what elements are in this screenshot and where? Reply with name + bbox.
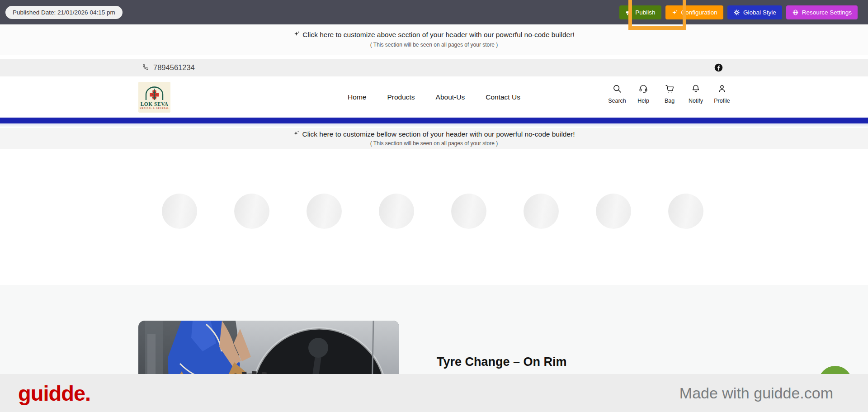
resource-settings-button-label: Resource Settings bbox=[802, 9, 852, 16]
placeholder-row bbox=[162, 194, 703, 229]
loading-section bbox=[0, 149, 868, 285]
placeholder-circle bbox=[596, 194, 631, 229]
publish-button-label: Publish bbox=[635, 9, 655, 16]
help-action[interactable]: Help bbox=[636, 84, 651, 104]
phone-icon bbox=[142, 63, 150, 73]
bag-label: Bag bbox=[665, 98, 675, 104]
customize-below-subtext: ( This section will be seen on all pages… bbox=[0, 140, 868, 147]
nav-products[interactable]: Products bbox=[387, 93, 415, 101]
phone-number: 7894561234 bbox=[153, 63, 195, 72]
divider-shadow bbox=[0, 123, 868, 128]
bag-action[interactable]: Bag bbox=[662, 84, 677, 104]
customize-above-subtext: ( This section will be seen on all pages… bbox=[0, 42, 868, 48]
sparkle-icon bbox=[671, 9, 678, 16]
builder-actions: Publish Configuration bbox=[619, 5, 858, 19]
customize-below-banner[interactable]: Click here to customize bellow section o… bbox=[0, 128, 868, 149]
placeholder-circle bbox=[668, 194, 703, 229]
sparkles-icon bbox=[293, 30, 300, 39]
customize-above-banner[interactable]: Click here to customize above section of… bbox=[0, 24, 868, 55]
notify-label: Notify bbox=[689, 98, 703, 104]
search-action[interactable]: Search bbox=[609, 84, 625, 104]
cart-icon bbox=[665, 84, 675, 95]
customize-above-text: Click here to customize above section of… bbox=[302, 31, 574, 39]
header-actions: Search Help Bag bbox=[609, 84, 730, 104]
global-style-button-label: Global Style bbox=[743, 9, 776, 16]
published-date-badge: Published Date: 21/01/2026 04:15 pm bbox=[5, 6, 123, 19]
phone-link[interactable]: 7894561234 bbox=[142, 63, 195, 73]
gear-icon bbox=[733, 9, 740, 16]
sparkles-icon bbox=[293, 130, 300, 138]
configuration-button-label: Configuration bbox=[681, 9, 717, 16]
placeholder-circle bbox=[524, 194, 559, 229]
profile-label: Profile bbox=[714, 98, 730, 104]
header-divider bbox=[0, 118, 868, 123]
headset-icon bbox=[638, 84, 648, 95]
placeholder-circle bbox=[451, 194, 486, 229]
product-title: Tyre Change – On Rim bbox=[437, 355, 567, 369]
global-style-button[interactable]: Global Style bbox=[727, 5, 782, 19]
configuration-button[interactable]: Configuration bbox=[665, 5, 723, 19]
store-header: LOK SEVA MEDICAL & GENERAL Home Products… bbox=[0, 76, 868, 118]
builder-top-bar: Published Date: 21/01/2026 04:15 pm Publ… bbox=[0, 0, 868, 24]
page: Published Date: 21/01/2026 04:15 pm Publ… bbox=[0, 0, 868, 412]
store-contact-bar: 7894561234 bbox=[0, 59, 868, 76]
nav-contact-us[interactable]: Contact Us bbox=[486, 93, 520, 101]
placeholder-circle bbox=[234, 194, 269, 229]
guidde-watermark-bar: guidde. Made with guidde.com bbox=[0, 374, 868, 412]
placeholder-circle bbox=[307, 194, 342, 229]
search-label: Search bbox=[608, 98, 626, 104]
facebook-icon[interactable] bbox=[714, 63, 723, 72]
globe-icon bbox=[792, 9, 799, 16]
nav-about-us[interactable]: About-Us bbox=[436, 93, 465, 101]
made-with-guidde-link[interactable]: Made with guidde.com bbox=[679, 384, 833, 402]
publish-button[interactable]: Publish bbox=[619, 5, 661, 19]
profile-action[interactable]: Profile bbox=[714, 84, 730, 104]
main-nav: Home Products About-Us Contact Us bbox=[0, 76, 868, 118]
placeholder-circle bbox=[162, 194, 197, 229]
notify-action[interactable]: Notify bbox=[688, 84, 703, 104]
nav-home[interactable]: Home bbox=[348, 93, 366, 101]
user-icon bbox=[717, 84, 727, 95]
search-icon bbox=[612, 84, 622, 95]
megaphone-icon bbox=[625, 9, 632, 16]
customize-below-text: Click here to customize bellow section o… bbox=[302, 130, 575, 138]
resource-settings-button[interactable]: Resource Settings bbox=[786, 5, 858, 19]
placeholder-circle bbox=[379, 194, 414, 229]
help-label: Help bbox=[637, 98, 649, 104]
bell-icon bbox=[691, 84, 701, 95]
guidde-logo[interactable]: guidde. bbox=[18, 381, 90, 406]
